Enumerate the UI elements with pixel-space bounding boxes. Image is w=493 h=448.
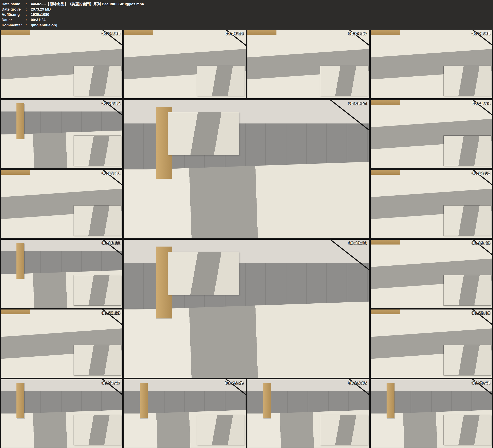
meta-row-comment: Kommentar : qinglanhua.org <box>2 22 491 28</box>
room-scene-placeholder <box>124 240 369 378</box>
frame-timestamp: 00:23:08 <box>472 311 490 315</box>
video-frame-thumbnail-large: 00:18:10 <box>124 240 369 378</box>
meta-row-resolution: Auflösung : 1920x1080 <box>2 12 491 17</box>
video-frame-thumbnail: 00:14:52 <box>371 170 493 238</box>
picture-in-picture-inset <box>444 136 491 166</box>
video-frame-thumbnail: 00:04:57 <box>247 30 369 98</box>
picture-in-picture-inset <box>444 415 491 445</box>
meta-label: Dateiname <box>2 1 26 7</box>
meta-separator: : <box>26 7 31 12</box>
frame-timestamp: 00:16:31 <box>101 241 120 246</box>
meta-row-duration: Dauer : 00:31:24 <box>2 17 491 22</box>
frame-timestamp: 00:11:34 <box>472 101 490 106</box>
video-frame-thumbnail: 00:08:15 <box>0 100 122 168</box>
thumbnail-grid: 00:01:39 00:03:18 00:04:57 00:06:36 00:0… <box>0 30 493 448</box>
picture-in-picture-inset <box>444 275 491 305</box>
frame-timestamp: 00:26:26 <box>225 380 244 385</box>
picture-in-picture-inset <box>74 275 121 305</box>
wood-beam-shape <box>371 170 400 175</box>
meta-label: Auflösung <box>2 12 26 17</box>
meta-label: Kommentar <box>2 22 26 28</box>
frame-timestamp: 00:01:39 <box>101 31 120 36</box>
frame-timestamp: 00:29:44 <box>472 380 490 385</box>
wood-beam-shape <box>371 30 400 35</box>
picture-in-picture-inset <box>444 205 491 235</box>
wood-beam-shape <box>0 30 30 35</box>
meta-row-filename: Dateiname : 44602----【眼眸出品】《美麗的奮鬥》系列 Bea… <box>2 1 491 7</box>
video-frame-thumbnail-large: 00:09:54 <box>124 100 369 238</box>
wood-post-shape <box>263 383 271 418</box>
frame-timestamp: 00:13:13 <box>101 171 120 176</box>
picture-in-picture-inset <box>320 415 368 445</box>
wood-post-shape <box>387 383 394 418</box>
wood-beam-shape <box>371 310 400 314</box>
picture-in-picture-inset <box>197 415 245 445</box>
picture-in-picture-inset <box>444 345 491 375</box>
wood-post-shape <box>16 243 24 279</box>
wood-beam-shape <box>371 240 400 245</box>
picture-in-picture-inset <box>74 345 121 375</box>
meta-separator: : <box>26 1 31 7</box>
meta-value-filename: 44602----【眼眸出品】《美麗的奮鬥》系列 Beautiful Strug… <box>31 1 491 7</box>
meta-value-comment: qinglanhua.org <box>31 22 491 28</box>
frame-timestamp: 00:06:36 <box>472 31 490 36</box>
video-frame-thumbnail: 00:03:18 <box>124 30 246 98</box>
picture-in-picture-inset <box>74 205 121 235</box>
frame-timestamp: 00:03:18 <box>225 31 244 36</box>
meta-separator: : <box>26 12 31 17</box>
wood-post-shape <box>140 383 148 418</box>
room-scene-placeholder <box>124 100 369 238</box>
frame-timestamp: 00:19:49 <box>472 241 490 246</box>
wood-post-shape <box>16 383 24 418</box>
meta-value-resolution: 1920x1080 <box>31 12 491 17</box>
picture-in-picture-inset <box>197 66 245 96</box>
video-frame-thumbnail: 00:26:26 <box>124 379 246 448</box>
frame-timestamp: 00:24:47 <box>101 380 120 385</box>
video-frame-thumbnail: 00:28:05 <box>247 379 369 448</box>
picture-in-picture-inset <box>74 136 121 166</box>
picture-in-picture-inset <box>74 66 121 96</box>
meta-separator: : <box>26 17 31 22</box>
picture-in-picture-inset <box>74 415 121 445</box>
meta-value-duration: 00:31:24 <box>31 17 491 22</box>
meta-value-filesize: 2973.29 MB <box>31 7 491 12</box>
picture-in-picture-inset <box>168 252 239 295</box>
wood-beam-shape <box>371 100 400 105</box>
frame-timestamp: 00:09:54 <box>348 101 367 106</box>
video-frame-thumbnail: 00:16:31 <box>0 240 122 308</box>
picture-in-picture-inset <box>444 66 491 96</box>
wood-post-shape <box>16 103 24 139</box>
video-frame-thumbnail: 00:13:13 <box>0 170 122 238</box>
meta-label: Dauer <box>2 17 26 22</box>
wood-beam-shape <box>0 310 30 314</box>
meta-label: Dateigröße <box>2 7 26 12</box>
frame-timestamp: 00:14:52 <box>472 171 490 176</box>
frame-timestamp: 00:08:15 <box>101 101 120 106</box>
wood-beam-shape <box>247 30 277 35</box>
meta-separator: : <box>26 22 31 28</box>
picture-in-picture-inset <box>168 112 239 155</box>
video-frame-thumbnail: 00:11:34 <box>371 100 493 168</box>
video-frame-thumbnail: 00:19:49 <box>371 240 493 308</box>
frame-timestamp: 00:18:10 <box>348 241 367 246</box>
frame-timestamp: 00:28:05 <box>348 380 367 385</box>
meta-row-filesize: Dateigröße : 2973.29 MB <box>2 7 491 12</box>
wood-beam-shape <box>124 30 153 35</box>
frame-timestamp: 00:04:57 <box>348 31 367 36</box>
video-frame-thumbnail: 00:21:29 <box>0 310 122 378</box>
wood-beam-shape <box>0 170 30 175</box>
video-frame-thumbnail: 00:23:08 <box>371 310 493 378</box>
frame-timestamp: 00:21:29 <box>101 311 120 315</box>
file-metadata-header: Dateiname : 44602----【眼眸出品】《美麗的奮鬥》系列 Bea… <box>0 0 493 30</box>
video-frame-thumbnail: 00:06:36 <box>371 30 493 98</box>
video-frame-thumbnail: 00:29:44 <box>371 379 493 448</box>
video-frame-thumbnail: 00:24:47 <box>0 379 122 448</box>
picture-in-picture-inset <box>320 66 368 96</box>
video-frame-thumbnail: 00:01:39 <box>0 30 122 98</box>
